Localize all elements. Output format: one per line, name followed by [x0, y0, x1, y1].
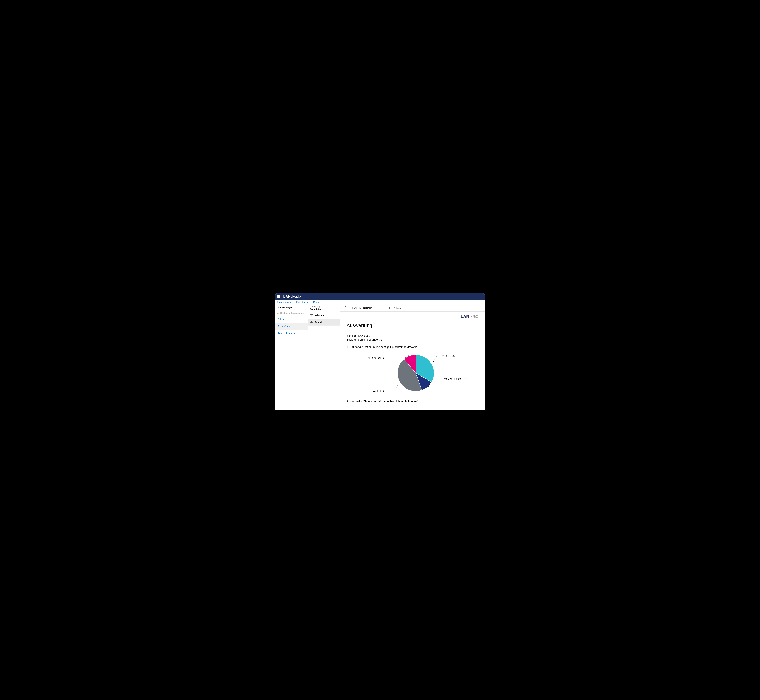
- report-logo: LAN↗ SOFTWARE SERVICE STRATEGY: [346, 314, 479, 319]
- search-input[interactable]: [280, 312, 306, 314]
- svg-line-18: [395, 383, 399, 391]
- menu-icon[interactable]: [277, 295, 280, 298]
- pie-label: Trifft eher zu - 1: [366, 356, 384, 359]
- device-frame: LANcloud↗ Auswertungen ❯ Fragebögen ❯ Re…: [271, 289, 489, 412]
- save-pdf-label: Als PDF speichern: [354, 307, 372, 309]
- zoom-out-button[interactable]: [382, 306, 385, 310]
- chevron-right-icon: ❯: [293, 301, 295, 303]
- brand-bold: LAN: [283, 294, 291, 298]
- save-pdf-dropdown[interactable]: [374, 305, 379, 310]
- tab-label: Kriterien: [315, 314, 324, 317]
- bar-chart-icon: [310, 320, 313, 323]
- svg-point-0: [277, 312, 278, 314]
- sidebar-item-frageboegen[interactable]: Fragebögen: [275, 323, 308, 330]
- seminar-line: Seminar: LANcloud: [346, 334, 479, 338]
- sidebar-title: Auswertungen: [275, 305, 308, 310]
- plus-icon: [388, 306, 391, 309]
- sidebar-secondary: Auswertung Fragebögen Kriterien Report: [308, 305, 340, 410]
- svg-point-3: [311, 314, 311, 315]
- brand-logo: LANcloud↗: [283, 294, 301, 298]
- breadcrumb: Auswertungen ❯ Fragebögen ❯ Report: [275, 300, 485, 305]
- svg-point-7: [311, 316, 312, 316]
- report-toolbar: Als PDF speichern 2 Seiten: [340, 305, 485, 312]
- screen: LANcloud↗ Auswertungen ❯ Fragebögen ❯ Re…: [275, 293, 485, 410]
- secondary-header: Auswertung Fragebögen: [308, 305, 340, 312]
- tab-report[interactable]: Report: [308, 319, 340, 326]
- chevron-right-icon: ❯: [310, 301, 312, 303]
- zoom-in-button[interactable]: [388, 306, 392, 310]
- pie-label: Trifft zu - 3: [442, 355, 454, 358]
- question-1: 1. Hat der/die DozentIn das richtige Spr…: [346, 345, 479, 349]
- search-icon: [277, 312, 279, 314]
- breadcrumb-item[interactable]: Auswertungen: [277, 301, 291, 303]
- secondary-header-small: Auswertung: [310, 306, 338, 308]
- pie-label: Neutral - 4: [372, 390, 384, 392]
- svg-point-5: [312, 315, 312, 316]
- report-title: Auswertung: [346, 323, 479, 328]
- secondary-header-big: Fragebögen: [310, 308, 338, 310]
- ratings-line: Bewertungen eingegangen: 9: [346, 338, 479, 341]
- sliders-icon: [310, 314, 313, 317]
- tab-label: Report: [315, 321, 322, 323]
- tab-kriterien[interactable]: Kriterien: [308, 312, 340, 319]
- pie-label: Trifft eher nicht zu - 1: [442, 378, 467, 380]
- sidebar-item-raumbelegungen[interactable]: Raumbelegungen: [275, 330, 308, 337]
- brand-thin: cloud: [291, 294, 299, 298]
- chevron-down-icon: [376, 307, 378, 309]
- more-actions-icon[interactable]: [345, 306, 346, 310]
- sidebar-item-belege[interactable]: Belege: [275, 316, 308, 323]
- save-pdf-button[interactable]: Als PDF speichern: [348, 305, 379, 311]
- svg-line-14: [432, 356, 437, 364]
- pie-chart-svg: Trifft zu - 3Trifft eher nicht zu - 1Neu…: [358, 350, 467, 396]
- search-field-wrap: [275, 310, 308, 316]
- report-logo-sub: SOFTWARE SERVICE STRATEGY: [473, 315, 479, 318]
- breadcrumb-item[interactable]: Report: [313, 301, 320, 303]
- breadcrumb-item[interactable]: Fragebögen: [296, 301, 309, 303]
- report-logo-text: LAN: [461, 314, 469, 319]
- page-count: 2 Seiten: [394, 307, 402, 309]
- content-area: Als PDF speichern 2 Seiten: [340, 305, 485, 410]
- svg-line-1: [278, 313, 279, 314]
- report-body: LAN↗ SOFTWARE SERVICE STRATEGY Auswertun…: [340, 312, 485, 410]
- brand-arrow-icon: ↗: [299, 295, 301, 298]
- pie-chart: Trifft zu - 3Trifft eher nicht zu - 1Neu…: [346, 350, 479, 396]
- minus-icon: [382, 306, 385, 309]
- report-logo-arrow-icon: ↗: [470, 315, 472, 318]
- question-2: 2. Wurde das Thema des Webinars hinreich…: [346, 400, 479, 403]
- main-layout: Auswertungen Belege Fragebögen Raumbeleg…: [275, 305, 485, 410]
- pdf-icon: [351, 306, 353, 309]
- app-header: LANcloud↗: [275, 293, 485, 300]
- sidebar-primary: Auswertungen Belege Fragebögen Raumbeleg…: [275, 305, 308, 410]
